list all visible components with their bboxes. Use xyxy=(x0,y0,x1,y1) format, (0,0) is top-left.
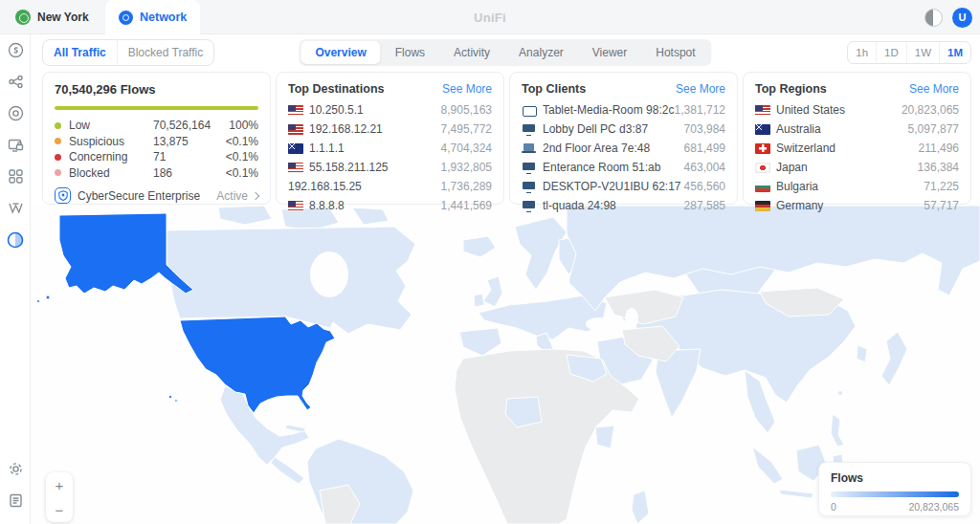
destination-row[interactable]: 192.168.12.21 7,495,772 xyxy=(288,120,492,139)
cybersecure-row[interactable]: CyberSecure Enterprise Active xyxy=(55,187,258,204)
flag-jp-icon xyxy=(755,163,770,173)
dashboard-icon[interactable] xyxy=(0,34,31,66)
site-status-icon xyxy=(15,10,31,25)
theme-toggle-icon[interactable] xyxy=(924,9,943,27)
map-zoom-control: + − xyxy=(46,472,73,522)
tablet-icon xyxy=(522,104,537,117)
settings-gear-icon[interactable] xyxy=(0,453,31,485)
tab-flows[interactable]: Flows xyxy=(381,41,439,64)
flows-distribution-bar xyxy=(55,106,258,110)
destination-row[interactable]: 1.1.1.1 4,704,324 xyxy=(288,139,492,158)
flows-summary-panel: 70,540,296 Flows Low 70,526,164 100% Sus… xyxy=(42,72,271,205)
topology-icon[interactable] xyxy=(0,66,31,98)
desktop-icon xyxy=(522,123,537,136)
flag-au-icon xyxy=(755,124,770,135)
flag-icon xyxy=(288,124,303,135)
tab-analyzer[interactable]: Analyzer xyxy=(504,41,578,64)
region-row[interactable]: Switzerland 211,496 xyxy=(755,139,959,158)
region-row[interactable]: Australia 5,097,877 xyxy=(755,120,959,139)
apps-icon[interactable] xyxy=(0,161,31,192)
legend-row-low: Low 70,526,164 100% xyxy=(55,118,258,134)
legend-row-blocked: Blocked 186 <0.1% xyxy=(55,165,258,182)
flag-icon xyxy=(288,143,303,154)
flag-ch-icon xyxy=(755,143,770,154)
network-app-icon xyxy=(119,11,133,25)
map-legend: Flows 0 20,823,065 xyxy=(818,462,971,516)
blocked-dot-icon xyxy=(55,169,61,176)
flag-us-icon xyxy=(755,105,770,116)
desktop-icon xyxy=(522,181,537,193)
time-range-selector: 1h 1D 1W 1M xyxy=(847,41,971,64)
flag-icon xyxy=(288,105,303,116)
client-row[interactable]: Lobby Dell PC d3:87 703,984 xyxy=(522,120,725,139)
map-canada xyxy=(167,227,415,334)
time-range-1w[interactable]: 1W xyxy=(906,42,939,63)
flag-de-icon xyxy=(755,201,770,211)
top-clients-panel: Top Clients See More Tablet-Media-Room 9… xyxy=(509,72,738,205)
see-more-regions[interactable]: See More xyxy=(909,82,959,96)
legend-gradient-bar xyxy=(831,491,959,497)
destination-row[interactable]: 10.250.5.1 8,905,163 xyxy=(288,100,492,120)
panel-title: Top Regions xyxy=(755,82,827,96)
world-flow-map[interactable]: + − Flows 0 20,823,065 xyxy=(31,206,980,524)
time-range-1m[interactable]: 1M xyxy=(939,42,970,63)
devices-icon[interactable] xyxy=(0,98,31,129)
all-traffic-button[interactable]: All Traffic xyxy=(43,40,117,65)
client-row[interactable]: tl-quada 24:98 287,585 xyxy=(522,196,725,215)
client-row[interactable]: Enterance Room 51:ab 463,004 xyxy=(522,158,725,177)
panel-title: Top Clients xyxy=(522,82,586,96)
region-row[interactable]: Bulgaria 71,225 xyxy=(755,177,959,196)
legend-min: 0 xyxy=(831,501,836,513)
see-more-clients[interactable]: See More xyxy=(676,82,725,96)
panel-title: Top Destinations xyxy=(288,82,384,96)
legend-row-concerning: Concerning 71 <0.1% xyxy=(55,149,258,165)
site-name: New York xyxy=(37,11,89,24)
security-flows-icon[interactable] xyxy=(0,224,31,255)
sidebar xyxy=(0,34,31,524)
desktop-icon xyxy=(522,162,537,174)
destination-row[interactable]: 192.168.15.25 1,736,289 xyxy=(288,177,492,196)
flows-total: 70,540,296 Flows xyxy=(55,82,258,97)
system-log-icon[interactable] xyxy=(0,485,31,516)
region-row[interactable]: Japan 136,384 xyxy=(755,158,959,177)
tab-activity[interactable]: Activity xyxy=(439,41,504,64)
network-tab-label: Network xyxy=(140,11,187,24)
tab-network[interactable]: Network xyxy=(105,0,200,34)
legend-row-suspicious: Suspicious 13,875 <0.1% xyxy=(55,134,258,150)
tab-hotspot[interactable]: Hotspot xyxy=(641,41,709,64)
chevron-right-icon xyxy=(252,191,259,199)
client-row[interactable]: 2nd Floor Area 7e:48 681,499 xyxy=(522,139,725,158)
map-usa xyxy=(180,317,335,413)
flag-bg-icon xyxy=(755,182,770,192)
tab-overview[interactable]: Overview xyxy=(301,41,380,64)
shield-icon xyxy=(55,187,71,204)
blocked-traffic-button[interactable]: Blocked Traffic xyxy=(117,40,213,65)
see-more-destinations[interactable]: See More xyxy=(442,82,492,96)
traffic-toggle: All Traffic Blocked Traffic xyxy=(42,39,214,66)
zoom-out-button[interactable]: − xyxy=(46,498,73,522)
low-dot-icon xyxy=(55,122,61,129)
cybersecure-status[interactable]: Active xyxy=(216,189,258,203)
client-row[interactable]: Tablet-Media-Room 98:2c 1,381,712 xyxy=(522,100,725,120)
zoom-in-button[interactable]: + xyxy=(46,473,73,497)
view-tabs: Overview Flows Activity Analyzer Viewer … xyxy=(299,39,711,66)
tab-viewer[interactable]: Viewer xyxy=(578,41,641,64)
toolbar: All Traffic Blocked Traffic Overview Flo… xyxy=(31,34,980,71)
flag-icon xyxy=(288,201,303,211)
client-row[interactable]: DESKTOP-V2U1IBU 62:17 456,560 xyxy=(522,177,725,196)
insights-icon[interactable] xyxy=(0,192,31,224)
concerning-dot-icon xyxy=(55,154,61,161)
region-row[interactable]: Germany 57,717 xyxy=(755,196,959,215)
time-range-1h[interactable]: 1h xyxy=(848,42,876,63)
top-bar: New York Network UniFi U xyxy=(0,0,980,34)
clients-icon[interactable] xyxy=(0,129,31,161)
flag-icon xyxy=(288,163,303,173)
laptop-icon xyxy=(522,142,537,155)
region-row[interactable]: United States 20,823,065 xyxy=(755,100,959,120)
destination-row[interactable]: 55.158.211.125 1,932,805 xyxy=(288,158,492,177)
top-regions-panel: Top Regions See More United States 20,82… xyxy=(743,72,971,205)
avatar[interactable]: U xyxy=(952,8,972,28)
top-destinations-panel: Top Destinations See More 10.250.5.1 8,9… xyxy=(276,72,504,205)
destination-row[interactable]: 8.8.8.8 1,441,569 xyxy=(288,196,492,215)
time-range-1d[interactable]: 1D xyxy=(876,42,906,63)
